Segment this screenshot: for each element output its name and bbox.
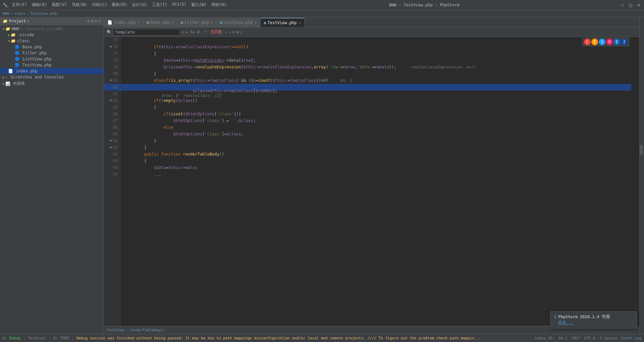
php-file-icon: 🔵 [15,63,20,67]
chrome-icon[interactable]: C [584,39,591,45]
menu-edit[interactable]: 编辑(E) [30,1,49,8]
tab-index[interactable]: 📄 index.php × [104,18,143,27]
tree-item-scratches[interactable]: ▶ ✏ Scratches and Consoles [0,74,104,80]
separator: | [23,336,25,340]
fold-arrow[interactable]: ▼ [110,144,112,151]
regex-btn[interactable]: .* [201,30,207,35]
collapse-icon[interactable]: ≡ [91,19,93,23]
close-button[interactable]: × [636,2,641,8]
tab-close-icon[interactable]: × [172,21,174,24]
tab-filter[interactable]: ● Filter.php × [177,18,217,27]
code-line-94: $data=$this->data; [125,164,635,171]
tab-testview[interactable]: ● TestView.php × [261,18,305,27]
maximize-button[interactable]: □ [628,2,633,8]
filter-icon[interactable]: ⊞ [236,30,238,35]
match-case-btn[interactable]: Aa [189,30,195,35]
fold-arrow[interactable]: ▼ [110,97,112,104]
menu-view[interactable]: 视图(V) [50,1,69,8]
code-line-91: } [125,144,635,151]
tab-close-icon[interactable]: × [255,21,257,24]
settings-icon[interactable]: ⚙ [95,19,97,23]
menu-nav[interactable]: 导航(N) [70,1,89,8]
bc-class[interactable]: TestView [107,328,124,332]
close-panel-icon[interactable]: × [99,19,101,23]
fold-arrow[interactable]: ▼ [110,44,112,50]
close-search-icon[interactable]: × [181,30,184,35]
scrollbar-thumb[interactable] [640,145,643,155]
opera-icon[interactable]: O [606,39,613,45]
tab-close-icon[interactable]: × [211,21,213,24]
scratches-icon: ✏ [5,75,8,79]
menu-refactor[interactable]: 重构(R) [110,1,129,8]
breadcrumb-class[interactable]: class [14,11,25,16]
tab-close-icon[interactable]: × [138,21,140,24]
edge-icon[interactable]: E [613,39,620,45]
search-bar: 🔍 × ↔ Aa W .* 无匹配 ↑ ↓ ⊡ ⊞ ↕ ⋮ [104,27,639,37]
tree-item-base[interactable]: 🔵 Base.php [0,44,104,50]
terminal-btn[interactable]: Terminal [28,336,46,340]
fold-arrow[interactable]: ▼ [110,137,112,144]
tree-item-index[interactable]: 📄 index.php [0,68,104,74]
safari-icon[interactable]: S [599,39,605,45]
minimize-button[interactable]: − [620,2,625,8]
locate-icon[interactable]: ⊙ [87,19,90,23]
search-input[interactable] [113,29,180,36]
menu-bar[interactable]: 文件(F) 编辑(E) 视图(V) 导航(N) 代码(C) 重构(R) 运行(U… [10,1,228,8]
firefox-icon[interactable]: F [591,39,598,45]
menu-tools[interactable]: 工具(T) [150,1,169,8]
notification-link[interactable]: 更新... [558,320,610,326]
gutter-line: 78 [104,57,120,64]
tab-listview[interactable]: ● ListView.php × [217,18,261,27]
code-line-95: ... [125,171,635,178]
multiline-icon[interactable]: ⊡ [232,30,235,35]
code-line-92: public function renderTableBody() [125,151,635,158]
code-text[interactable]: if($this->rowCssClassExpression!==null) … [121,37,639,326]
main-area: 📁 Project ▼ ⊙ ≡ ⚙ × ▼ 📁 WWW D:\phpstudy_… [0,17,644,334]
tree-item-class[interactable]: ▼ 📁 class [0,38,104,44]
menu-window[interactable]: 窗口(W) [189,1,209,8]
tree-path: D:\phpstudy_pro\WWW [20,27,63,31]
debug-status-btn[interactable]: 5: Debug [3,336,20,340]
tab-close-icon[interactable]: × [299,21,301,25]
tree-item-testview[interactable]: 🔵 TestView.php [0,62,104,68]
ie-icon[interactable]: I [621,39,628,45]
chevron-down-icon[interactable]: ▼ [28,19,30,23]
tree-item-vscode[interactable]: ▶ 📁 .vscode [0,32,104,38]
code-scroll-area[interactable]: 75 ▼76 77 78 79 80 ▼81 82 83 ▼84 85 86 8… [104,37,639,326]
tree-item-listview[interactable]: 🔵 ListView.php [0,56,104,62]
tab-icon: 📄 [107,20,112,25]
prev-match-icon[interactable]: ↑ [225,30,227,35]
breadcrumb-file[interactable]: TestView.php [30,11,57,16]
tree-item-extlib[interactable]: ▶ 📊 外部库 [0,80,104,87]
tree-item-root[interactable]: ▼ 📁 WWW D:\phpstudy_pro\WWW [0,26,104,32]
menu-run[interactable]: 运行(U) [130,1,149,8]
code-line-76: if($this->rowCssClassExpression!==null) [125,44,635,50]
fold-arrow[interactable]: ▼ [110,77,112,84]
line-endings[interactable]: CRLF [572,336,581,340]
tab-base[interactable]: ● Base.php × [143,18,177,27]
encoding[interactable]: UTF-8 [584,336,595,340]
menu-code[interactable]: 代码(C) [90,1,109,8]
separator: | [49,336,51,340]
gutter-line: ▼90 [104,137,120,144]
code-line-87: $htmlOptions['class'].=' '.$class; [125,117,635,124]
indent-label[interactable]: 4 spaces [599,336,617,340]
tree-item-filter[interactable]: 🔵 Filter.php [0,50,104,56]
menu-help[interactable]: 帮助(H) [209,1,229,8]
more-icon[interactable]: ⋮ [244,30,248,35]
right-scrollbar[interactable] [639,17,644,334]
menu-vcs[interactable]: VCS(S) [170,1,189,8]
expand-icon[interactable]: ↕ [240,30,243,35]
event-log-btn[interactable]: Event Log [621,336,641,340]
bc-method[interactable]: renderTableRow() [129,328,165,332]
breadcrumb-www[interactable]: WWW [3,11,9,16]
next-match-icon[interactable]: ↓ [229,30,231,35]
status-left: 5: Debug | Terminal | 6: TODO | Debug se… [3,336,532,340]
replace-toggle-icon[interactable]: ↔ [185,30,187,35]
cursor-position[interactable]: 94:1 [558,336,568,340]
menu-file[interactable]: 文件(F) [10,1,29,8]
code-editor[interactable]: C F S O E I 75 ▼76 77 78 79 80 ▼81 82 [104,37,639,326]
gutter-line: 88 [104,124,120,131]
whole-word-btn[interactable]: W [196,30,201,35]
todo-btn[interactable]: 6: TODO [53,336,69,340]
